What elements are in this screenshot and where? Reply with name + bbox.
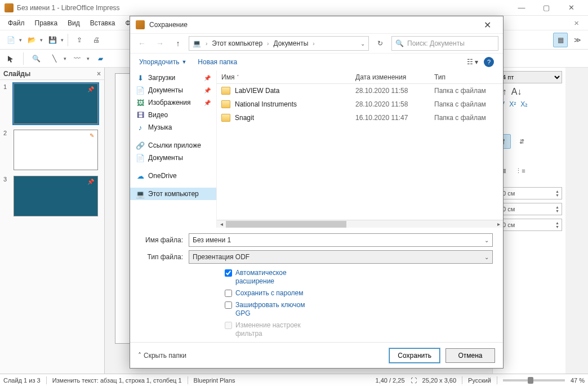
save-confirm-button[interactable]: Сохранить bbox=[389, 348, 440, 363]
status-size-icon: ⛶ bbox=[411, 377, 417, 384]
nav-up-button[interactable]: ↑ bbox=[171, 36, 185, 51]
horizontal-scrollbar[interactable]: ◂▸ bbox=[217, 220, 503, 228]
overflow-button[interactable]: ≫ bbox=[570, 33, 585, 47]
folder-tree[interactable]: ⬇Загрузки📌📄Документы📌🖼Изображения📌🎞Видео… bbox=[130, 70, 217, 228]
list-item[interactable]: LabVIEW Data28.10.2020 11:58Папка с файл… bbox=[217, 84, 503, 97]
dialog-icon bbox=[136, 20, 145, 29]
dim-3-input[interactable]: 00 см▲▼ bbox=[496, 219, 562, 231]
tree-item[interactable]: 💻Этот компьютер bbox=[130, 188, 216, 200]
maximize-button[interactable]: ▢ bbox=[534, 0, 559, 16]
dialog-title: Сохранение bbox=[149, 21, 477, 29]
pin-icon: 📌 bbox=[204, 75, 211, 81]
tree-item[interactable]: ☁OneDrive bbox=[130, 170, 216, 182]
menu-insert[interactable]: Вставка bbox=[86, 17, 120, 29]
close-button[interactable]: ✕ bbox=[559, 0, 583, 16]
status-zoom: 47 % bbox=[571, 377, 585, 384]
search-input[interactable]: 🔍 Поиск: Документы bbox=[391, 36, 498, 51]
pointer-tool[interactable] bbox=[3, 51, 18, 66]
pc-icon: 💻 bbox=[136, 189, 145, 198]
curve-tool[interactable]: 〰 bbox=[70, 51, 84, 66]
folder-icon bbox=[221, 100, 230, 108]
dialog-close-button[interactable]: ✕ bbox=[477, 17, 497, 33]
folder-icon bbox=[221, 87, 230, 95]
filename-label: Имя файла: bbox=[140, 236, 189, 244]
tree-item[interactable]: 🔗Ссылки приложе bbox=[130, 139, 216, 152]
cancel-button[interactable]: Отмена bbox=[446, 348, 495, 363]
nav-back-button[interactable]: ← bbox=[135, 36, 149, 51]
auto-extension-checkbox[interactable]: Автоматическое расширение bbox=[225, 269, 315, 286]
fill-tool[interactable]: ▰ bbox=[93, 51, 108, 66]
minimize-button[interactable]: — bbox=[509, 0, 534, 16]
menu-edit[interactable]: Правка bbox=[30, 17, 63, 29]
filetype-label: Тип файла: bbox=[140, 253, 189, 261]
slide-thumb-3[interactable]: 3 📌 bbox=[3, 176, 101, 216]
link-icon: 🔗 bbox=[136, 141, 145, 150]
status-lang: Русский bbox=[468, 377, 491, 384]
export-button[interactable]: ⇪ bbox=[72, 33, 87, 47]
help-button[interactable]: ? bbox=[484, 57, 494, 67]
tree-item[interactable]: ♪Музыка bbox=[130, 121, 216, 134]
col-name[interactable]: Имя˄ bbox=[217, 70, 351, 83]
view-normal-button[interactable]: ▦ bbox=[553, 33, 568, 47]
tree-item[interactable]: 📄Документы📌 bbox=[130, 84, 216, 96]
list-item[interactable]: Snagit16.10.2020 11:47Папка с файлам bbox=[217, 111, 503, 125]
status-context: Изменить текст: абзац 1, строка 1, столб… bbox=[52, 377, 182, 384]
slides-panel-close[interactable]: × bbox=[97, 70, 101, 78]
status-template: Blueprint Plans bbox=[194, 377, 235, 384]
status-slide: Слайд 1 из 3 bbox=[3, 377, 41, 384]
hide-folders-button[interactable]: ˄ Скрыть папки bbox=[138, 352, 186, 360]
dim-2-input[interactable]: 00 см▲▼ bbox=[496, 203, 562, 215]
save-dialog: Сохранение ✕ ← → ↑ 💻› Этот компьютер› До… bbox=[130, 16, 504, 369]
tree-item[interactable]: 🎞Видео bbox=[130, 109, 216, 121]
close-document-button[interactable]: × bbox=[568, 18, 585, 28]
save-button[interactable]: 💾 bbox=[45, 33, 60, 47]
menu-file[interactable]: Файл bbox=[3, 17, 29, 29]
organize-button[interactable]: Упорядочить ▼ bbox=[139, 58, 186, 66]
filename-input[interactable]: Без имени 1⌄ bbox=[189, 233, 493, 247]
status-pos: 1,40 / 2,25 bbox=[376, 377, 405, 384]
slide-thumb-2[interactable]: 2 ✎ bbox=[3, 130, 101, 170]
nav-forward-button[interactable]: → bbox=[153, 36, 167, 51]
slide-thumb-1[interactable]: 1 📌 bbox=[3, 83, 101, 124]
filter-checkbox: Изменение настроек фильтра bbox=[225, 321, 315, 338]
tree-item[interactable]: 📄Документы bbox=[130, 152, 216, 164]
align-middle-icon[interactable]: ⇵ bbox=[514, 134, 529, 149]
refresh-button[interactable]: ↻ bbox=[372, 36, 388, 51]
breadcrumb[interactable]: 💻› Этот компьютер› Документы› ⌄ bbox=[189, 36, 369, 51]
col-date[interactable]: Дата изменения bbox=[351, 70, 430, 83]
filetype-select[interactable]: Презентация ODF⌄ bbox=[189, 250, 493, 264]
zoom-tool[interactable]: 🔍 bbox=[29, 51, 43, 66]
new-button[interactable]: 📄 bbox=[3, 33, 18, 47]
col-type[interactable]: Тип bbox=[430, 70, 503, 83]
cloud-icon: ☁ bbox=[136, 171, 145, 180]
decrease-font-icon[interactable]: A↓ bbox=[511, 87, 522, 97]
open-button[interactable]: 📂 bbox=[24, 33, 39, 47]
zoom-slider[interactable] bbox=[503, 379, 565, 381]
dim-1-input[interactable]: 00 см▲▼ bbox=[496, 187, 562, 199]
slides-panel-title: Слайды bbox=[3, 70, 30, 78]
font-size-select[interactable]: 44 пт bbox=[496, 71, 562, 83]
view-mode-button[interactable]: ☷ ▾ bbox=[467, 58, 478, 66]
menu-view[interactable]: Вид bbox=[63, 17, 84, 29]
image-icon: 🖼 bbox=[136, 98, 145, 107]
print-button[interactable]: 🖨 bbox=[89, 33, 104, 47]
music-icon: ♪ bbox=[136, 123, 145, 132]
statusbar: Слайд 1 из 3 Изменить текст: абзац 1, ст… bbox=[0, 374, 588, 386]
subscript-icon[interactable]: X₂ bbox=[520, 100, 528, 108]
password-checkbox[interactable]: Сохранить с паролем bbox=[225, 289, 303, 298]
new-folder-button[interactable]: Новая папка bbox=[198, 58, 237, 66]
numbering-icon[interactable]: ⋮≡ bbox=[513, 163, 528, 178]
app-icon bbox=[5, 3, 14, 12]
line-tool[interactable]: ╲ bbox=[47, 51, 61, 66]
doc-icon: 📄 bbox=[136, 86, 145, 95]
tree-item[interactable]: ⬇Загрузки📌 bbox=[130, 72, 216, 84]
video-icon: 🎞 bbox=[136, 110, 145, 119]
breadcrumb-dropdown-icon[interactable]: ⌄ bbox=[360, 41, 365, 47]
folder-icon bbox=[221, 114, 230, 122]
gpg-checkbox[interactable]: Зашифровать ключом GPG bbox=[225, 301, 315, 318]
doc-icon: 📄 bbox=[136, 153, 145, 162]
pin-icon: 📌 bbox=[204, 87, 211, 94]
list-item[interactable]: National Instruments28.10.2020 11:58Папк… bbox=[217, 97, 503, 111]
superscript-icon[interactable]: X² bbox=[509, 100, 516, 108]
tree-item[interactable]: 🖼Изображения📌 bbox=[130, 96, 216, 109]
